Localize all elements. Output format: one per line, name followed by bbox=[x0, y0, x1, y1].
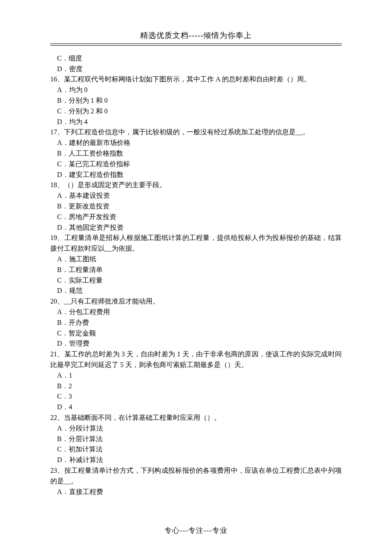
question-18: 18、（）是形成固定资产的主要手段。 bbox=[50, 180, 342, 191]
document-page: 精选优质文档-----倾情为你奉上 C．细度 D．密度 16、某工程双代号时标网… bbox=[0, 0, 392, 555]
option-20-b: B．开办费 bbox=[50, 318, 342, 328]
page-header: 精选优质文档-----倾情为你奉上 bbox=[50, 30, 342, 42]
option-17-c: C．某已完工程造价指标 bbox=[50, 159, 342, 170]
option-22-d: D．补减计算法 bbox=[50, 455, 342, 465]
option-18-a: A．基本建设投资 bbox=[50, 191, 342, 201]
option-17-b: B．人工工资价格指数 bbox=[50, 148, 342, 159]
option-21-d: D．4 bbox=[50, 402, 342, 413]
option-22-a: A．分段计算法 bbox=[50, 423, 342, 434]
question-22: 22、当基础断面不同，在计算基础工程量时应采用（）。 bbox=[50, 413, 342, 423]
option-20-d: D．管理费 bbox=[50, 338, 342, 349]
option-19-d: D．规范 bbox=[50, 286, 342, 296]
option-18-c: C．房地产开发投资 bbox=[50, 212, 342, 223]
header-divider bbox=[50, 43, 342, 46]
option-21-a: A．1 bbox=[50, 370, 342, 381]
option-19-c: C．实际工程量 bbox=[50, 275, 342, 286]
option-21-c: C．3 bbox=[50, 391, 342, 402]
option-20-a: A．分包工程费用 bbox=[50, 307, 342, 318]
question-23: 23、按工程量清单计价方式，下列构成投标报价的各项费用中，应该在单位工程费汇总表… bbox=[50, 465, 342, 487]
option-15-d: D．密度 bbox=[50, 64, 342, 75]
option-16-c: C．分别为 2 和 0 bbox=[50, 106, 342, 117]
option-23-a: A．直接工程费 bbox=[50, 487, 342, 497]
option-20-c: C．暂定金额 bbox=[50, 328, 342, 339]
option-22-c: C．初加计算法 bbox=[50, 444, 342, 455]
option-17-d: D．建安工程造价指数 bbox=[50, 170, 342, 180]
option-15-c: C．细度 bbox=[50, 53, 342, 64]
question-17: 17、下列工程造价信息中，属于比较初级的，一般没有经过系统加工处理的信息是__。 bbox=[50, 127, 342, 138]
option-16-d: D．均为 4 bbox=[50, 117, 342, 127]
option-16-a: A．均为 0 bbox=[50, 85, 342, 95]
question-16: 16、某工程双代号时标网络计划如下图所示，其中工作 A 的总时差和自由时差（）周… bbox=[50, 74, 342, 85]
question-20: 20、__只有工程师批准后才能动用。 bbox=[50, 296, 342, 307]
question-21: 21、某工作的总时差为 3 天，自由时差为 1 天，由于非承包商的原因，使该工作… bbox=[50, 349, 342, 370]
question-19: 19、工程量清单是招标人根据施工图纸计算的工程量，提供给投标人作为投标报价的基础… bbox=[50, 233, 342, 254]
option-22-b: B．分层计算法 bbox=[50, 434, 342, 445]
option-17-a: A．建材的最新市场价格 bbox=[50, 138, 342, 148]
option-18-b: B．更新改造投资 bbox=[50, 201, 342, 212]
option-18-d: D．其他固定资产投资 bbox=[50, 223, 342, 233]
option-19-b: B．工程量清单 bbox=[50, 265, 342, 275]
option-21-b: B．2 bbox=[50, 381, 342, 392]
page-content: C．细度 D．密度 16、某工程双代号时标网络计划如下图所示，其中工作 A 的总… bbox=[50, 53, 342, 497]
page-footer: 专心---专注---专业 bbox=[0, 525, 392, 536]
option-16-b: B．分别为 1 和 0 bbox=[50, 95, 342, 106]
option-19-a: A．施工图纸 bbox=[50, 254, 342, 265]
